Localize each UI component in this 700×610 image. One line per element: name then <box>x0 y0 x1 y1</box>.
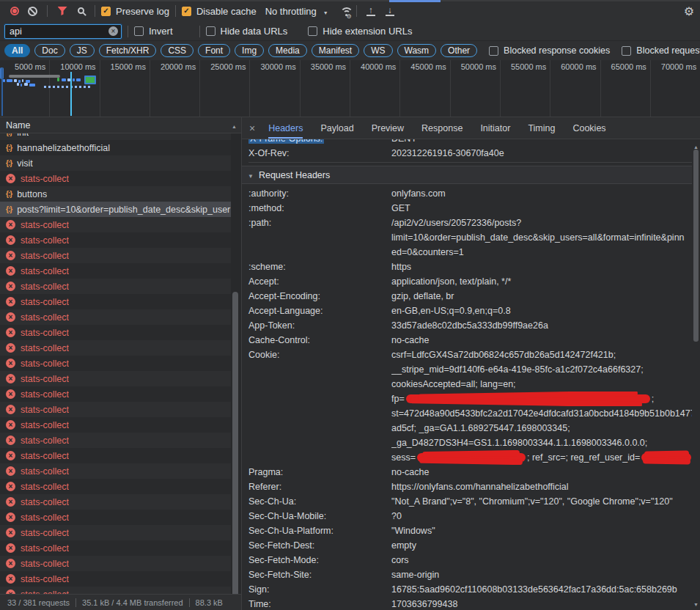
filter-chip-img[interactable]: Img <box>235 44 264 57</box>
filter-chip-css[interactable]: CSS <box>161 44 194 57</box>
filter-chip-media[interactable]: Media <box>268 44 307 57</box>
request-row[interactable]: ×stats-collect <box>0 540 231 556</box>
clear-network-log-button[interactable] <box>23 2 41 20</box>
timeline-tick: 25000 ms <box>200 60 250 117</box>
request-row[interactable]: ×stats-collect <box>0 463 231 479</box>
request-row[interactable]: ×stats-collect <box>0 417 231 433</box>
export-har-button[interactable] <box>363 7 379 16</box>
preserve-log-checkbox[interactable]: Preserve log <box>101 6 169 17</box>
error-icon: × <box>6 389 15 399</box>
disable-cache-checkbox[interactable]: Disable cache <box>182 6 257 17</box>
tab-headers[interactable]: Headers <box>268 117 303 139</box>
header-value-line: gzip, deflate, br <box>391 289 700 304</box>
request-row[interactable]: ×stats-collect <box>0 356 231 371</box>
network-overview-timeline[interactable]: 5000 ms10000 ms15000 ms20000 ms25000 ms3… <box>0 60 700 117</box>
scroll-up-icon[interactable] <box>232 120 237 131</box>
request-row[interactable]: ×stats-collect <box>0 171 231 186</box>
tab-preview[interactable]: Preview <box>372 117 404 139</box>
filter-input[interactable]: api <box>4 24 122 39</box>
blocked-response-cookies-checkbox[interactable]: Blocked response cookies <box>489 45 610 56</box>
request-row[interactable]: ×stats-collect <box>0 371 231 386</box>
filter-chip-js[interactable]: JS <box>70 44 95 57</box>
request-name: init <box>17 133 29 138</box>
request-row[interactable]: ×stats-collect <box>0 433 231 448</box>
request-row[interactable]: ×stats-collect <box>0 386 231 402</box>
tab-payload[interactable]: Payload <box>320 117 353 139</box>
timeline-tick-label: 10000 ms <box>60 60 99 117</box>
hide-data-urls-checkbox[interactable]: Hide data URLs <box>206 26 288 37</box>
filter-chip-manifest[interactable]: Manifest <box>312 44 359 57</box>
name-column-header[interactable]: Name <box>0 117 241 133</box>
request-list-scrollbar[interactable] <box>232 251 239 610</box>
import-har-button[interactable] <box>382 7 398 16</box>
timeline-tick-label: 65000 ms <box>611 60 650 117</box>
request-row[interactable]: ×stats-collect <box>0 232 231 248</box>
filter-chip-font[interactable]: Font <box>198 44 230 57</box>
request-row[interactable]: {:}posts?limit=10&order=publish_date_des… <box>0 202 231 217</box>
scroll-down-icon[interactable] <box>693 598 699 609</box>
header-value-line: ?0 <box>391 509 700 523</box>
tab-cookies[interactable]: Cookies <box>572 117 605 139</box>
request-row[interactable]: ×stats-collect <box>0 325 231 340</box>
request-row[interactable]: {:}init <box>0 133 231 140</box>
filter-toggle-button[interactable] <box>54 2 71 20</box>
hide-extension-urls-checkbox[interactable]: Hide extension URLs <box>308 26 412 37</box>
request-row[interactable]: ×stats-collect <box>0 525 231 540</box>
devtools-network-panel: Preserve log Disable cache No throttling… <box>0 0 700 610</box>
filter-chip-other[interactable]: Other <box>441 44 477 57</box>
request-row[interactable]: ×stats-collect <box>0 248 231 263</box>
filter-chip-fetch-xhr[interactable]: Fetch/XHR <box>99 44 157 57</box>
invert-checkbox[interactable]: Invert <box>134 26 173 37</box>
request-row[interactable]: ×stats-collect <box>0 479 231 494</box>
request-row[interactable]: ×stats-collect <box>0 494 231 510</box>
tab-timing[interactable]: Timing <box>528 117 555 139</box>
request-name: stats-collect <box>21 512 69 523</box>
throttling-select[interactable]: No throttling <box>265 6 328 17</box>
network-conditions-button[interactable] <box>333 2 350 20</box>
filter-chip-all[interactable]: All <box>4 44 30 57</box>
request-row[interactable]: ×stats-collect <box>0 309 231 325</box>
filter-chip-wasm[interactable]: Wasm <box>397 44 437 57</box>
funnel-icon <box>58 7 67 15</box>
header-value-line: 16785:5aad9602cf110608b03133de563642fac1… <box>391 582 700 597</box>
header-value-line: st=472d48a90d5433bfc2a2d17042e4dfdcafd31… <box>391 406 700 421</box>
request-row[interactable]: ×stats-collect <box>0 510 231 525</box>
request-headers-section-header[interactable]: Request Headers <box>242 166 700 184</box>
request-row[interactable]: ×stats-collect <box>0 340 231 356</box>
filter-chip-doc[interactable]: Doc <box>34 44 65 57</box>
timeline-tick-label: 35000 ms <box>311 60 350 117</box>
record-button[interactable] <box>6 2 23 20</box>
error-icon: × <box>6 528 15 537</box>
blocked-requests-checkbox[interactable]: Blocked requests <box>622 45 700 56</box>
request-row[interactable]: {:}buttons <box>0 186 231 202</box>
header-row: Sec-Ch-Ua-Platform:"Windows" <box>248 523 700 538</box>
request-row[interactable]: {:}visit <box>0 155 231 171</box>
scrollbar-thumb[interactable] <box>693 150 699 342</box>
close-details-icon[interactable] <box>249 122 255 134</box>
request-row[interactable]: ×stats-collect <box>0 556 231 571</box>
header-value-text: ?0 <box>391 511 402 521</box>
scrollbar-thumb[interactable] <box>232 292 238 610</box>
hide-extension-urls-label: Hide extension URLs <box>323 26 412 37</box>
request-row[interactable]: {:}hannahelizabethofficial <box>0 140 231 155</box>
request-row[interactable]: ×stats-collect <box>0 571 231 587</box>
timeline-tick: 65000 ms <box>601 60 651 117</box>
request-row[interactable]: ×stats-collect <box>0 217 231 232</box>
tab-response[interactable]: Response <box>421 117 463 139</box>
error-icon: × <box>6 297 15 306</box>
request-row[interactable]: ×stats-collect <box>0 402 231 417</box>
tab-initiator[interactable]: Initiator <box>480 117 510 139</box>
request-row[interactable]: ×stats-collect <box>0 279 231 294</box>
request-row[interactable]: ×stats-collect <box>0 448 231 463</box>
blocked-requests-label: Blocked requests <box>636 45 700 56</box>
toolbar-divider <box>95 5 95 17</box>
request-row[interactable]: ×stats-collect <box>0 587 231 594</box>
search-button[interactable] <box>71 2 89 20</box>
request-row[interactable]: ×stats-collect <box>0 263 231 279</box>
clear-filter-icon[interactable] <box>108 26 118 36</box>
filter-chip-ws[interactable]: WS <box>364 44 392 57</box>
timeline-tick: 20000 ms <box>150 60 200 117</box>
request-row[interactable]: ×stats-collect <box>0 294 231 309</box>
details-scrollbar[interactable] <box>692 139 700 610</box>
settings-gear-icon[interactable] <box>684 4 694 18</box>
